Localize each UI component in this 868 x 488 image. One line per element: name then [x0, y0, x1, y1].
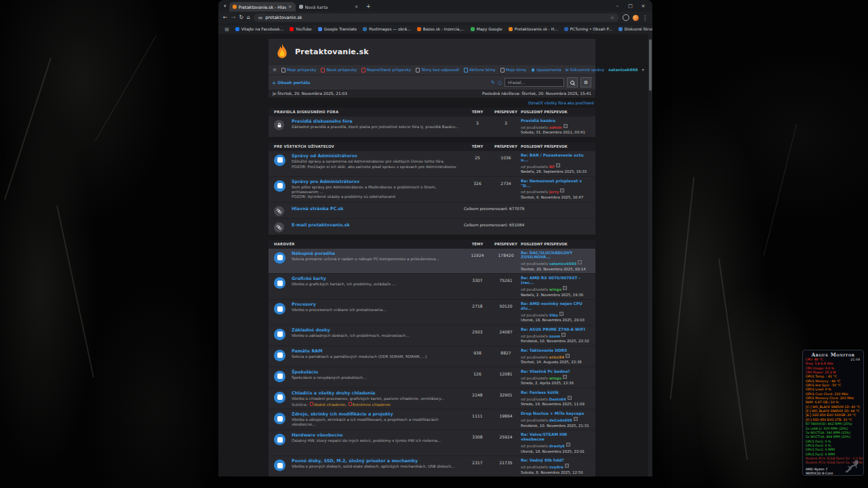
forum-title-link[interactable]: Základné dosky	[292, 327, 460, 333]
last-post-username[interactable]: wingo	[549, 376, 561, 380]
goto-post-icon[interactable]	[564, 124, 568, 128]
bookmark-item[interactable]: Postimages — obrá...	[363, 27, 410, 31]
browser-tab[interactable]: Pretaktovanie.sk - Hlavná strá...×	[229, 2, 296, 12]
forum-row[interactable]: Hlavná stránka PC.skCelkom presmerovaní:…	[269, 202, 595, 218]
forum-row[interactable]: Správy od AdministrátorovDôležité správy…	[269, 150, 595, 176]
forum-title-link[interactable]: Špekulácie	[292, 369, 460, 375]
nav-link[interactable]: Moje témy	[500, 68, 527, 73]
bookmark-item[interactable]: Google Translate	[318, 27, 357, 31]
last-post-title-link[interactable]: Re: BAN / Pozastavenie uctu u...	[521, 153, 590, 163]
circle-icon[interactable]: ○	[498, 80, 502, 85]
goto-post-icon[interactable]	[574, 417, 578, 421]
address-bar[interactable]: pretaktovanie.sk ☆	[254, 14, 619, 22]
bookmark-item[interactable]: Mapy Google	[471, 27, 502, 31]
last-post-title-link[interactable]: Re: ASUS PRIME Z790-A WIFI	[521, 327, 590, 332]
profile-avatar[interactable]	[633, 15, 639, 21]
last-post-username[interactable]: satanicek666	[549, 262, 576, 266]
last-post-username[interactable]: deCode666	[549, 418, 572, 422]
forum-title-link[interactable]: Procesory	[292, 302, 460, 307]
last-post-title-link[interactable]: Re: Valve/STEAM HW všeobecne	[521, 432, 590, 442]
goto-post-icon[interactable]	[568, 396, 572, 400]
mark-all-read-link[interactable]: Označiť všetky fóra ako prečítané	[269, 98, 595, 108]
forum-title-link[interactable]: Zdroje, skrinky ich modifikácie a projek…	[292, 411, 460, 417]
forum-title-link[interactable]: Grafické karty	[292, 276, 460, 281]
forum-title-link[interactable]: Chladiče a všetky druhy chladenia	[292, 390, 460, 396]
page-scrollbar[interactable]	[648, 34, 652, 476]
last-post-username[interactable]: Viko	[549, 313, 558, 317]
bookmark-item[interactable]: Vitajte na Facebook...	[235, 27, 283, 31]
tab-search-icon[interactable]: ▾	[221, 3, 229, 9]
last-post-username[interactable]: admin	[549, 125, 562, 129]
goto-post-icon[interactable]	[563, 286, 567, 290]
tab-close-icon[interactable]: ×	[355, 4, 359, 9]
bookmark-item[interactable]: YouTube	[290, 27, 312, 31]
bookmark-item[interactable]: Pretaktovanie.sk - H...	[509, 27, 558, 31]
bookmark-star-icon[interactable]: ☆	[610, 15, 614, 20]
forum-row[interactable]: Základné doskyVšetko o základných doskác…	[269, 325, 595, 346]
goto-post-icon[interactable]	[559, 312, 564, 316]
site-info-icon[interactable]	[258, 17, 262, 19]
browser-tab[interactable]: Nová karta×	[296, 2, 362, 12]
goto-post-icon[interactable]	[565, 464, 569, 468]
last-post-username[interactable]: BP	[549, 165, 555, 169]
scrollbar-thumb[interactable]	[649, 39, 652, 91]
back-button[interactable]: ←	[223, 15, 228, 20]
forum-title-link[interactable]: Pravidlá diskusného fóra	[292, 119, 460, 124]
tab-close-icon[interactable]: ×	[288, 4, 292, 9]
last-post-title-link[interactable]: Pravidlá bazáru	[521, 119, 590, 123]
forum-title-link[interactable]: Správy od Administrátorov	[292, 153, 460, 159]
forum-row[interactable]: ProcesoryVšetko o procesoroch vrátane ic…	[269, 299, 595, 325]
new-tab-button[interactable]: +	[362, 3, 376, 9]
forum-title-link[interactable]: Nákupná poradňa	[292, 251, 460, 256]
last-post-title-link[interactable]: Re: DAC/SLUCHADLOVY ZOSILNOVA...	[521, 251, 590, 260]
bookmark-item[interactable]: Bazos.sk - Inzercia,...	[417, 27, 465, 31]
forum-row[interactable]: E-mail pretaktovanie.skCelkom presmerova…	[269, 218, 595, 235]
last-post-username[interactable]: Jerry	[549, 190, 559, 194]
last-post-title-link[interactable]: Drop Noctua + MiTo keycaps	[521, 411, 590, 416]
bookmark-item[interactable]: PCTuning • Obsah P...	[564, 27, 612, 31]
last-post-username[interactable]: wingo	[549, 287, 561, 291]
apps-grid-icon[interactable]: ⊞	[224, 26, 229, 33]
private-messages-link[interactable]: ✉ Súkromné správy	[566, 68, 605, 72]
last-post-username[interactable]: ericc64	[549, 355, 564, 359]
bookmark-item[interactable]: Diskusné fórum o in...	[618, 27, 652, 31]
forum-row[interactable]: Grafické kartyVšetko o grafických kartác…	[269, 273, 595, 299]
goto-post-icon[interactable]	[556, 163, 560, 167]
hamburger-icon[interactable]: ≡	[273, 67, 277, 73]
last-post-username[interactable]: Danio64	[549, 397, 566, 401]
goto-post-icon[interactable]	[563, 375, 567, 379]
goto-post-icon[interactable]	[578, 260, 582, 264]
search-input[interactable]	[505, 78, 564, 87]
forum-row[interactable]: Nákupná poradňaSekcia primárne určená k …	[269, 248, 595, 274]
last-post-title-link[interactable]: Re: AMD novinky nejen CPU div...	[521, 302, 590, 311]
user-menu-caret-icon[interactable]: ▾	[642, 68, 644, 72]
forum-title-link[interactable]: E-mail pretaktovanie.sk	[292, 222, 350, 228]
goto-post-icon[interactable]	[566, 443, 570, 447]
section-title[interactable]: HARDVÉR	[274, 242, 464, 246]
goto-post-icon[interactable]	[566, 354, 570, 358]
forum-title-link[interactable]: Hardware všeobecne	[292, 432, 460, 438]
forum-title-link[interactable]: Pamäte RAM	[292, 348, 460, 354]
subforum-link[interactable]: Extrémne chladenie	[353, 403, 391, 407]
forum-row[interactable]: ŠpekulácieŠpekulácie o nevydaných produk…	[269, 367, 595, 388]
section-title[interactable]: PRE VŠETKÝCH UŽÍVATEĽOV	[274, 144, 464, 148]
last-post-username[interactable]: xvydra	[549, 465, 564, 469]
maximize-button[interactable]: □	[624, 3, 637, 9]
notifications-link[interactable]: Upozornenia	[531, 68, 561, 73]
last-post-title-link[interactable]: Re: Vadný 6tb hdd?	[521, 458, 590, 463]
forum-row[interactable]: Hardware všeobecneOstatný HW, ktorý nepa…	[269, 430, 595, 455]
last-post-title-link[interactable]: Re: Fanless kútik	[521, 390, 590, 395]
forward-button[interactable]: →	[231, 15, 236, 20]
close-button[interactable]: ×	[637, 3, 650, 9]
nav-link[interactable]: Moje príspevky	[281, 68, 317, 73]
extensions-icon[interactable]	[623, 14, 629, 21]
nav-link[interactable]: Neprečítané príspevky	[361, 68, 411, 73]
search-settings-button[interactable]: ⚙	[580, 77, 591, 87]
forum-row[interactable]: Správy pre AdministrátorovSem píšte sprá…	[269, 176, 595, 202]
logged-in-username[interactable]: satanicek666	[608, 68, 637, 72]
nav-link[interactable]: Nové príspevky	[321, 68, 357, 73]
subforum-link[interactable]: Vodné chladenie,	[314, 403, 347, 407]
section-title[interactable]: PRAVIDLÁ DISKUSNÉHO FÓRA	[274, 110, 464, 114]
minimize-button[interactable]: –	[611, 3, 624, 9]
last-post-title-link[interactable]: Re: Vlastná Pc bedna?	[521, 369, 590, 374]
